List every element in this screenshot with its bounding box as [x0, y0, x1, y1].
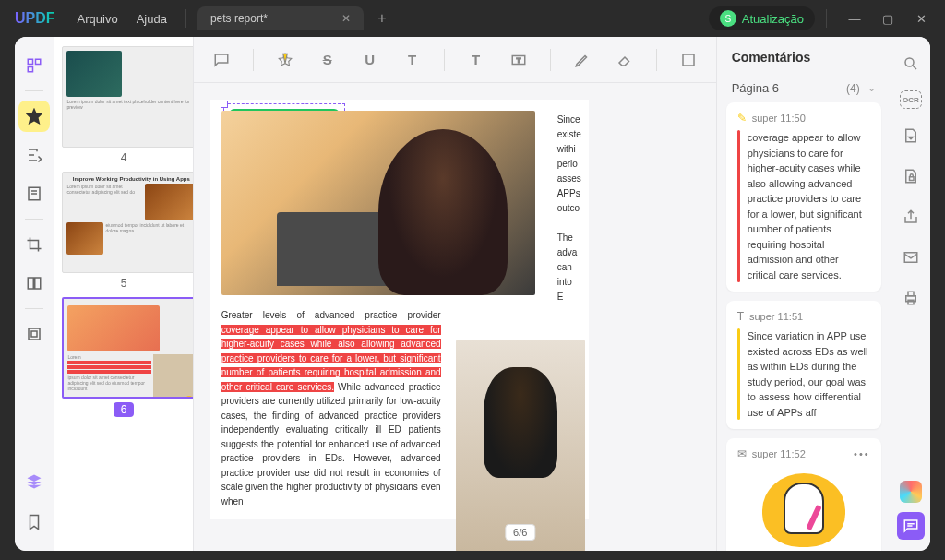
comment-text: coverage appear to allow physicians to c… — [748, 130, 870, 282]
print-icon[interactable] — [897, 284, 925, 312]
ai-icon[interactable] — [900, 481, 922, 503]
thumb-number: 5 — [62, 277, 185, 290]
edit-text-icon[interactable] — [18, 139, 50, 171]
center-area: S U T T T APPROVADO super 2023年10月12日17 … — [194, 37, 716, 551]
annotation-toolbar: S U T T T — [194, 37, 716, 83]
right-toolbar: OCR — [891, 37, 930, 551]
comment-card[interactable]: Tsuper 11:51 Since variation in APP use … — [726, 301, 881, 429]
highlight-icon: ✎ — [737, 112, 747, 125]
svg-rect-12 — [683, 54, 694, 66]
comment-text: Since variation in APP use existed acros… — [748, 328, 870, 420]
menu-separator — [185, 9, 186, 28]
svg-rect-18 — [908, 292, 914, 296]
crop-icon[interactable] — [18, 229, 50, 260]
svg-rect-9 — [31, 331, 37, 337]
layers-icon[interactable] — [18, 466, 50, 497]
page-content: APPROVADO super 2023年10月12日17 11:53 Sinc… — [210, 100, 589, 519]
text-icon[interactable]: T — [465, 49, 487, 71]
close-button[interactable]: ✕ — [904, 6, 938, 31]
page-view[interactable]: APPROVADO super 2023年10月12日17 11:53 Sinc… — [194, 83, 716, 551]
thumb-number: 6 — [114, 402, 135, 417]
hero-image — [221, 111, 535, 295]
svg-rect-1 — [36, 59, 41, 64]
svg-rect-2 — [28, 67, 32, 72]
underline-icon[interactable]: U — [359, 49, 381, 71]
thumbnail-6[interactable]: Loremipsum dolor sit amet consectetur ad… — [62, 297, 185, 417]
highlight-icon[interactable] — [274, 49, 296, 71]
pencil-icon[interactable] — [571, 49, 593, 71]
squiggly-icon[interactable]: T — [401, 49, 424, 71]
sticker-image — [758, 466, 850, 551]
left-toolbar — [15, 37, 54, 551]
menu-file[interactable]: Arquivo — [78, 12, 118, 26]
page-indicator: 6/6 — [505, 524, 535, 541]
svg-rect-15 — [909, 177, 914, 181]
comments-page-header[interactable]: Página 6 (4) ⌄ — [717, 74, 891, 102]
thumbnail-5[interactable]: Improve Working Productivity in Using Ap… — [62, 172, 185, 290]
tab-add-button[interactable]: + — [371, 7, 393, 30]
upgrade-badge: S — [720, 10, 736, 27]
separator — [826, 9, 827, 28]
chevron-down-icon: ⌄ — [867, 82, 876, 94]
tab-title: pets report* — [210, 12, 268, 25]
export-icon[interactable] — [897, 122, 925, 149]
page-tool-icon[interactable] — [18, 178, 50, 209]
upgrade-button[interactable]: S Atualização — [709, 6, 815, 30]
shape-icon[interactable] — [677, 49, 700, 71]
svg-rect-8 — [29, 328, 40, 340]
comment-icon[interactable] — [210, 49, 233, 71]
comments-toggle-icon[interactable] — [897, 512, 925, 540]
stamp-icon: ✉ — [737, 447, 747, 460]
comment-card[interactable]: ✉super 11:52••• — [726, 438, 881, 551]
red-bar — [737, 130, 740, 282]
svg-rect-0 — [28, 59, 32, 64]
app-logo: UPDF — [15, 10, 55, 27]
body-text: Greater levels of advanced practice prov… — [221, 308, 441, 508]
svg-text:T: T — [516, 56, 520, 65]
more-icon[interactable]: ••• — [854, 448, 870, 459]
textbox-icon[interactable]: T — [508, 49, 530, 71]
organize-icon[interactable] — [18, 268, 50, 299]
bookmark-icon[interactable] — [18, 506, 50, 538]
minimize-button[interactable]: — — [838, 6, 871, 31]
share-icon[interactable] — [897, 203, 925, 231]
svg-line-14 — [913, 66, 916, 69]
email-icon[interactable] — [897, 244, 925, 271]
svg-rect-7 — [35, 278, 41, 289]
main-area: Lorem ipsum dolor sit amet text placehol… — [15, 37, 930, 551]
svg-rect-6 — [28, 278, 33, 289]
eraser-icon[interactable] — [614, 49, 636, 71]
thumb-number: 4 — [62, 151, 185, 164]
comments-panel: Comentários Página 6 (4) ⌄ ✎super 11:50 … — [716, 37, 891, 551]
comments-list[interactable]: ✎super 11:50 coverage appear to allow ph… — [717, 102, 891, 551]
upgrade-label: Atualização — [742, 12, 804, 26]
thumbnails-icon[interactable] — [18, 50, 50, 81]
titlebar: UPDF Arquivo Ajuda pets report* ✕ + S At… — [0, 0, 945, 37]
strikethrough-icon[interactable]: S — [317, 49, 339, 71]
page-label: Página 6 — [732, 81, 779, 95]
side-text: Sinceexistewithi perioassesAPPs outco Th… — [557, 113, 576, 304]
comments-title: Comentários — [717, 37, 891, 74]
svg-point-13 — [905, 58, 914, 66]
yellow-bar — [737, 328, 740, 420]
ocr-icon[interactable]: OCR — [900, 90, 922, 109]
comments-count: (4) — [846, 82, 860, 95]
thumbnail-panel[interactable]: Lorem ipsum dolor sit amet text placehol… — [54, 37, 193, 551]
protect-icon[interactable] — [897, 162, 925, 190]
close-icon[interactable]: ✕ — [341, 12, 351, 25]
highlight-tool-icon[interactable] — [18, 101, 50, 132]
comment-card[interactable]: ✎super 11:50 coverage appear to allow ph… — [726, 102, 881, 292]
maximize-button[interactable]: ▢ — [871, 6, 904, 31]
tab-document[interactable]: pets report* ✕ — [197, 6, 364, 30]
compress-icon[interactable] — [18, 318, 50, 350]
side-image: 6/6 — [456, 340, 585, 551]
thumbnail-4[interactable]: Lorem ipsum dolor sit amet text placehol… — [62, 46, 185, 164]
menu-help[interactable]: Ajuda — [137, 12, 167, 26]
text-icon: T — [737, 310, 744, 323]
search-icon[interactable] — [897, 50, 925, 77]
